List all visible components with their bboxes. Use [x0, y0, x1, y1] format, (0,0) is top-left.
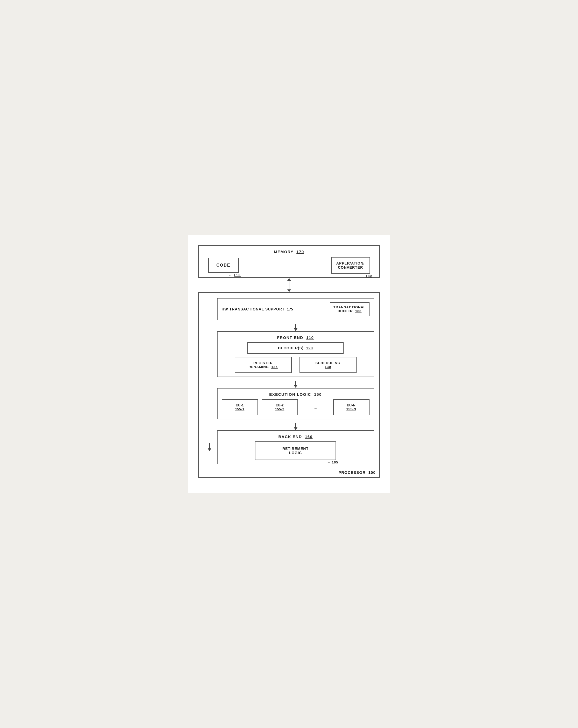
- arrow-up-icon: [287, 278, 291, 281]
- dashed-line-left: [207, 293, 207, 449]
- retirement-line2: LOGIC: [263, 451, 328, 455]
- scheduling-ref: 130: [325, 365, 331, 369]
- scheduling-line1: SCHEDULING: [305, 361, 351, 365]
- back-end-box: BACK END 160 RETIREMENT LOGIC ← 165: [217, 430, 374, 464]
- back-end-ref: 160: [305, 435, 313, 439]
- decoder-ref: 120: [306, 346, 313, 350]
- execution-label: EXECUTION LOGIC: [269, 392, 311, 396]
- memory-processor-arrow: [199, 278, 380, 292]
- processor-label-text: PROCESSOR: [338, 470, 366, 475]
- scheduling-box: SCHEDULING 130: [299, 357, 357, 373]
- front-end-title: FRONT END 110: [222, 335, 369, 340]
- execution-title: EXECUTION LOGIC 150: [222, 392, 369, 396]
- code-label: CODE: [216, 263, 231, 267]
- arrow-line-2: [295, 381, 296, 385]
- buffer-line2: BUFFER 180: [334, 309, 366, 313]
- eu-dots: ...: [301, 399, 330, 415]
- eu2-label: EU-2: [266, 403, 293, 407]
- buffer-ref: 180: [355, 309, 362, 313]
- code-box: CODE ← 113: [208, 258, 239, 273]
- hw-transactional-text: HW TRANSACTIONAL SUPPORT: [222, 307, 285, 311]
- arrow-line-3: [295, 423, 296, 427]
- eun-box: EU-N 155-N: [333, 399, 369, 415]
- buffer-line1: TRANSACTIONAL: [334, 305, 366, 309]
- eu-row: EU-1 155-1 EU-2 155-2 ... EU-N 155-N: [222, 399, 369, 415]
- retirement-box: RETIREMENT LOGIC ← 165: [255, 441, 336, 460]
- arrow-down-inner-2: [294, 381, 297, 388]
- register-box: REGISTER RENAMING 125: [235, 357, 292, 373]
- hw-transactional-box: HW TRANSACTIONAL SUPPORT 175 TRANSACTION…: [217, 298, 374, 320]
- exec-to-backend-arrow: [217, 423, 374, 430]
- decoder-box: DECODER(S) 120: [247, 342, 344, 354]
- hw-to-frontend-arrow: [217, 324, 374, 331]
- front-end-label: FRONT END: [277, 335, 304, 340]
- frontend-to-exec-arrow: [217, 381, 374, 388]
- eu1-label: EU-1: [227, 403, 253, 407]
- app-converter-line2: CONVERTER: [336, 265, 365, 269]
- arrow-line-1: [295, 324, 296, 328]
- execution-ref: 150: [314, 392, 322, 396]
- scheduling-line2: 130: [305, 365, 351, 369]
- arrow-line: [289, 281, 289, 289]
- back-end-label: BACK END: [278, 435, 302, 439]
- decoder-label: DECODER(S): [278, 346, 304, 350]
- memory-title: MEMORY 170: [203, 250, 375, 254]
- arrow-down-inner-1: [294, 324, 297, 331]
- arrow-head-3: [294, 427, 297, 430]
- register-line1: REGISTER: [240, 361, 287, 365]
- register-line2: RENAMING 125: [240, 365, 287, 369]
- front-end-box: FRONT END 110 DECODER(S) 120 REGISTER RE…: [217, 331, 374, 377]
- eun-label: EU-N: [338, 403, 365, 407]
- memory-inner: CODE ← 113 APPLICATION/ CONVERTER ← 180: [203, 257, 375, 274]
- arrow-down-icon: [287, 289, 291, 292]
- processor-ref: 100: [368, 470, 375, 475]
- diagram-container: MEMORY 170 CODE ← 113 APPLICATION/ CONVE…: [199, 245, 380, 478]
- eu1-box: EU-1 155-1: [222, 399, 258, 415]
- transactional-buffer-box: TRANSACTIONAL BUFFER 180: [330, 302, 369, 316]
- app-converter-line1: APPLICATION/: [336, 261, 365, 265]
- retirement-line1: RETIREMENT: [263, 447, 328, 451]
- eu2-box: EU-2 155-2: [262, 399, 298, 415]
- memory-label-text: MEMORY: [274, 250, 293, 254]
- code-ref: 113: [234, 273, 241, 277]
- execution-box: EXECUTION LOGIC 150 EU-1 155-1 EU-2 155-…: [217, 388, 374, 419]
- register-ref: 125: [271, 365, 278, 369]
- hw-transactional-label: HW TRANSACTIONAL SUPPORT 175: [222, 307, 293, 311]
- page: MEMORY 170 CODE ← 113 APPLICATION/ CONVE…: [188, 235, 390, 493]
- memory-ref: 170: [296, 250, 304, 254]
- app-converter-box: APPLICATION/ CONVERTER ← 180: [331, 257, 370, 274]
- eun-ref: 155-N: [338, 407, 365, 411]
- processor-label: PROCESSOR 100: [338, 470, 375, 475]
- register-scheduling-row: REGISTER RENAMING 125 SCHEDULING 130: [222, 357, 369, 373]
- eu1-ref: 155-1: [227, 407, 253, 411]
- double-arrow-icon: [287, 278, 291, 292]
- processor-box: HW TRANSACTIONAL SUPPORT 175 TRANSACTION…: [199, 292, 380, 478]
- memory-box: MEMORY 170 CODE ← 113 APPLICATION/ CONVE…: [199, 245, 380, 278]
- arrow-head-1: [294, 328, 297, 331]
- arrow-down-inner-3: [294, 423, 297, 430]
- arrow-head-2: [294, 385, 297, 388]
- hw-transactional-ref: 175: [287, 307, 293, 311]
- app-converter-ref: 180: [366, 274, 372, 278]
- eu2-ref: 155-2: [266, 407, 293, 411]
- retirement-ref: 165: [332, 460, 338, 464]
- back-end-title: BACK END 160: [222, 435, 369, 439]
- front-end-ref: 110: [306, 335, 314, 340]
